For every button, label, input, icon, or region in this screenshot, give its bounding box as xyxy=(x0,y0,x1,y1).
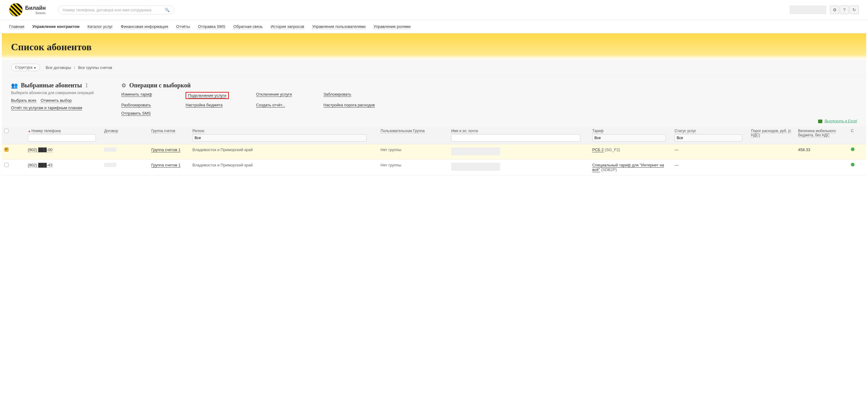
op-send-sms[interactable]: Отправить SMS xyxy=(121,111,151,116)
main-navigation: ГлавнаяУправление контрактомКаталог услу… xyxy=(0,20,868,33)
col-threshold[interactable]: Порог расходов, руб. (с НДС) xyxy=(751,129,791,138)
brand-name: Билайн xyxy=(25,5,45,11)
filter-status-select[interactable]: Все xyxy=(675,134,742,142)
name-email-value xyxy=(451,147,500,155)
selected-desc: Выберите абонентов для совершения операц… xyxy=(11,91,109,95)
user-info[interactable] xyxy=(789,5,826,14)
col-budget[interactable]: Величина мобильного бюджета, без НДС xyxy=(798,129,836,138)
deselect-link[interactable]: Отменить выбор xyxy=(41,98,72,103)
nav-link[interactable]: Обратная связь xyxy=(234,24,263,29)
search-input[interactable] xyxy=(62,8,165,12)
threshold-value xyxy=(749,160,796,175)
phone-link[interactable]: (902) ███-00 xyxy=(28,147,52,152)
selected-title: Выбранные абоненты xyxy=(21,82,82,89)
nav-link[interactable]: Управление контрактом xyxy=(32,24,79,29)
brand-logo-icon xyxy=(9,3,23,17)
op-block[interactable]: Заблокировать xyxy=(323,92,351,97)
nav-link[interactable]: Главная xyxy=(9,24,24,29)
col-name-email[interactable]: Имя и эл. почта xyxy=(451,129,478,133)
breadcrumb-item[interactable]: Все договоры xyxy=(45,65,71,70)
contract-value xyxy=(104,147,116,152)
nav-link[interactable]: Финансовая информация xyxy=(121,24,168,29)
select-all-checkbox[interactable] xyxy=(4,129,8,133)
export-excel-link[interactable]: Выгрузить в Excel xyxy=(825,119,857,123)
global-search[interactable]: 🔍 xyxy=(58,5,174,15)
status-ok-icon xyxy=(851,163,855,166)
nav-item[interactable]: Каталог услуг xyxy=(88,20,113,33)
page-title: Список абонентов xyxy=(11,41,857,53)
op-unblock[interactable]: Разблокировать xyxy=(121,103,151,108)
op-connect-service[interactable]: Подключение услуги xyxy=(188,93,226,98)
nav-item[interactable]: Финансовая информация xyxy=(121,20,168,33)
help-button[interactable]: ? xyxy=(840,5,849,14)
op-threshold-setup[interactable]: Настройка порога расходов xyxy=(323,103,375,108)
nav-item[interactable]: Управление контрактом xyxy=(32,20,79,33)
contract-value xyxy=(104,163,116,167)
user-group-value: Нет группы xyxy=(378,160,449,175)
op-budget-setup[interactable]: Настройка бюджета xyxy=(186,103,223,108)
nav-link[interactable]: Отчёты xyxy=(176,24,190,29)
structure-button[interactable]: Структура ▸ xyxy=(11,64,40,71)
service-status-value: — xyxy=(672,144,749,160)
phone-link[interactable]: (902) ███-43 xyxy=(28,163,52,168)
row-checkbox[interactable] xyxy=(4,163,8,167)
services-report-link[interactable]: Отчёт по услугам и тарифным планам xyxy=(11,106,82,110)
col-contract[interactable]: Договор xyxy=(104,129,118,133)
nav-item[interactable]: Отправка SMS xyxy=(198,20,225,33)
breadcrumb-item[interactable]: Все группы счетов xyxy=(78,65,112,70)
col-user-group[interactable]: Пользовательская Группа xyxy=(381,129,425,133)
select-all-link[interactable]: Выбрать всех xyxy=(11,98,36,103)
nav-item[interactable]: Главная xyxy=(9,20,24,33)
table-row: (902) ███-00Группа счетов 1Владивосток и… xyxy=(2,144,866,160)
op-connect-service-highlight: Подключение услуги xyxy=(186,92,229,99)
col-service-status[interactable]: Статус услуг xyxy=(675,129,696,133)
budget-value xyxy=(796,160,849,175)
op-disconnect-service[interactable]: Отключение услуги xyxy=(256,92,292,97)
nav-item[interactable]: История запросов xyxy=(271,20,305,33)
col-region[interactable]: Регион xyxy=(192,129,204,133)
logout-icon: ↻ xyxy=(852,7,856,12)
budget-value: 458.33 xyxy=(796,144,849,160)
nav-item[interactable]: Обратная связь xyxy=(234,20,263,33)
tariff-code: (SG_F2) xyxy=(604,147,620,152)
filter-phone-input[interactable] xyxy=(28,134,96,142)
subscribers-table: ▲Номер телефона Договор Группа счетов Ре… xyxy=(2,126,866,175)
nav-link[interactable]: Управление пользователями xyxy=(312,24,365,29)
col-phone[interactable]: Номер телефона xyxy=(32,129,61,133)
brand-logo[interactable]: Билайн Бизнес xyxy=(9,3,45,17)
settings-button[interactable]: ⚙ xyxy=(830,5,839,14)
table-row: (902) ███-43Группа счетов 1Владивосток и… xyxy=(2,160,866,175)
service-status-value: — xyxy=(672,160,749,175)
sort-asc-icon: ▲ xyxy=(28,129,31,133)
nav-link[interactable]: Каталог услуг xyxy=(88,24,113,29)
ops-title: Операции с выборкой xyxy=(129,82,191,89)
users-icon: 👥 xyxy=(11,82,18,89)
gear-icon: ⚙ xyxy=(121,82,126,89)
nav-item[interactable]: Отчёты xyxy=(176,20,190,33)
structure-label: Структура xyxy=(15,65,32,69)
logout-button[interactable]: ↻ xyxy=(849,5,859,14)
filter-name-input[interactable] xyxy=(451,134,580,142)
filter-tariff-select[interactable]: Все xyxy=(592,134,666,142)
account-group-link[interactable]: Группа счетов 1 xyxy=(151,163,181,168)
op-change-tariff[interactable]: Изменить тариф xyxy=(121,92,152,97)
tariff-link[interactable]: РСБ 2 xyxy=(592,147,604,152)
status-ok-icon xyxy=(851,147,855,151)
brand-sub: Бизнес xyxy=(25,11,45,15)
op-create-report[interactable]: Создать отчёт... xyxy=(256,103,285,108)
region-value: Владивосток и Приморский край xyxy=(190,144,378,160)
nav-link[interactable]: История запросов xyxy=(271,24,305,29)
col-account-group[interactable]: Группа счетов xyxy=(151,129,175,133)
nav-item[interactable]: Управление ролями xyxy=(374,20,411,33)
col-tariff[interactable]: Тариф xyxy=(592,129,604,133)
filter-region-select[interactable]: Все xyxy=(192,134,366,142)
user-group-value: Нет группы xyxy=(378,144,449,160)
account-group-link[interactable]: Группа счетов 1 xyxy=(151,147,181,152)
tariff-code: (SDB2P) xyxy=(600,167,617,172)
nav-link[interactable]: Отправка SMS xyxy=(198,24,225,29)
name-email-value xyxy=(451,163,500,171)
nav-link[interactable]: Управление ролями xyxy=(374,24,411,29)
nav-item[interactable]: Управление пользователями xyxy=(312,20,365,33)
row-checkbox[interactable] xyxy=(4,147,8,152)
region-value: Владивосток и Приморский край xyxy=(190,160,378,175)
